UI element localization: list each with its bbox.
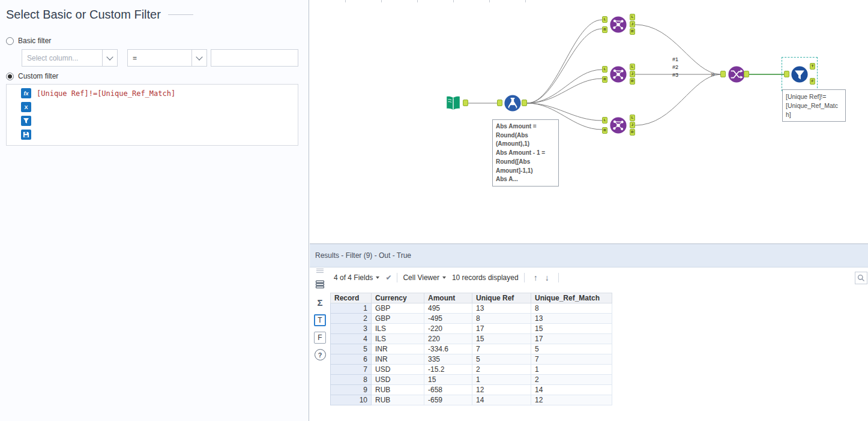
record-number-cell[interactable]: 1 [331,303,372,314]
metadata-sigma-icon[interactable] [314,296,326,308]
data-cell[interactable]: 15 [424,375,472,385]
input-anchor[interactable] [720,71,726,77]
search-button[interactable] [855,272,867,284]
column-header-amount[interactable]: Amount [424,293,472,303]
output-anchor[interactable] [463,100,468,106]
false-output-tab[interactable]: F [314,332,326,344]
data-cell[interactable]: USD [372,375,424,385]
record-number-cell[interactable]: 2 [331,314,372,324]
left-output-anchor[interactable]: L [630,64,635,70]
data-cell[interactable]: 5 [531,344,612,354]
left-output-anchor[interactable]: L [630,115,635,121]
formula-tool[interactable] [497,94,527,112]
functions-icon[interactable] [21,88,31,98]
right-output-anchor[interactable]: R [630,78,635,85]
operator-dropdown[interactable]: = [127,49,207,67]
data-cell[interactable]: USD [372,365,424,375]
data-cell[interactable]: 12 [472,385,531,395]
data-cell[interactable]: GBP [372,303,424,314]
formula-expression-editor[interactable]: [Unique Ref]!=[Unique_Ref_Match] [6,84,298,146]
data-cell[interactable]: 1 [531,365,612,375]
data-cell[interactable]: 2 [472,365,531,375]
data-cell[interactable]: 5 [472,354,531,365]
data-cell[interactable]: RUB [372,395,424,405]
data-cell[interactable]: 12 [531,395,612,405]
false-output-anchor[interactable]: F [810,78,815,85]
data-cell[interactable]: 495 [424,303,472,314]
data-cell[interactable]: INR [372,344,424,354]
filter-value-input[interactable] [211,49,298,67]
apply-checkmark-dropdown[interactable] [385,273,391,282]
table-row[interactable]: 2GBP-495813 [331,314,612,324]
right-output-anchor[interactable]: R [630,28,635,35]
data-cell[interactable]: GBP [372,314,424,324]
input-anchor[interactable] [497,100,502,106]
data-cell[interactable]: 220 [424,334,472,344]
table-row[interactable]: 1GBP495138 [331,303,612,314]
table-row[interactable]: 3ILS-2201715 [331,324,612,334]
data-cell[interactable]: ILS [372,334,424,344]
right-input-anchor[interactable]: R [602,127,607,134]
data-cell[interactable]: 8 [531,303,612,314]
previous-record-button[interactable] [530,273,541,282]
record-number-cell[interactable]: 9 [331,385,372,395]
table-row[interactable]: 8USD1512 [331,375,612,385]
data-cell[interactable]: ILS [372,324,424,334]
output-anchor[interactable] [744,71,749,77]
data-cell[interactable]: 335 [424,354,472,365]
data-cell[interactable]: 1 [472,375,531,385]
table-row[interactable]: 4ILS2201517 [331,334,612,344]
data-cell[interactable]: 13 [531,314,612,324]
data-cell[interactable]: 14 [472,395,531,405]
true-output-tab[interactable]: T [314,314,326,326]
record-number-cell[interactable]: 5 [331,344,372,354]
join-tool-3[interactable]: L R L J R [602,115,636,136]
record-number-cell[interactable]: 3 [331,324,372,334]
data-cell[interactable]: 8 [472,314,531,324]
left-input-anchor[interactable]: L [602,66,607,73]
data-cell[interactable]: 13 [472,303,531,314]
left-input-anchor[interactable]: L [602,16,607,23]
join-tool-2[interactable]: L R L J R [602,64,636,85]
table-row[interactable]: 9RUB-6581214 [331,385,612,395]
record-number-cell[interactable]: 4 [331,334,372,344]
left-output-anchor[interactable]: L [630,14,635,20]
table-row[interactable]: 5INR-334.675 [331,344,612,354]
table-row[interactable]: 6INR33557 [331,354,612,365]
data-cell[interactable]: -495 [424,314,472,324]
filter-tool[interactable]: T F [784,62,815,86]
record-number-cell[interactable]: 10 [331,395,372,405]
record-number-cell[interactable]: 6 [331,354,372,365]
record-number-cell[interactable]: 8 [331,375,372,385]
panel-grip-icon[interactable] [316,269,324,274]
radio-circle-icon[interactable] [6,37,14,45]
data-cell[interactable]: 7 [472,344,531,354]
data-cell[interactable]: 15 [472,334,531,344]
next-record-button[interactable] [541,273,553,282]
save-expression-icon[interactable] [21,130,31,140]
data-cell[interactable]: -658 [424,385,472,395]
help-icon[interactable] [315,349,326,360]
custom-filter-radio[interactable]: Custom filter [6,72,58,80]
data-cell[interactable]: 2 [531,375,612,385]
data-cell[interactable]: -334.6 [424,344,472,354]
data-cell[interactable]: 14 [531,385,612,395]
join-output-anchor[interactable]: J [630,71,635,77]
operator-chevron-button[interactable] [191,50,206,66]
data-cell[interactable]: -220 [424,324,472,334]
true-output-anchor[interactable]: T [810,63,815,70]
record-number-cell[interactable]: 7 [331,365,372,375]
column-header-record[interactable]: Record [331,293,372,303]
data-cell[interactable]: RUB [372,385,424,395]
data-cell[interactable]: 17 [472,324,531,334]
output-anchor[interactable] [522,100,527,106]
input-anchor[interactable] [784,71,789,77]
right-output-anchor[interactable]: R [630,129,635,136]
data-cell[interactable]: -15.2 [424,365,472,375]
column-header-currency[interactable]: Currency [372,293,424,303]
join-output-anchor[interactable]: J [630,21,635,28]
join-tool-1[interactable]: L R L J R [602,14,636,35]
data-cell[interactable]: -659 [424,395,472,405]
basic-filter-radio[interactable]: Basic filter [6,37,51,45]
workflow-canvas[interactable]: #1 #2 #3 » L R L J R L R [310,0,868,243]
